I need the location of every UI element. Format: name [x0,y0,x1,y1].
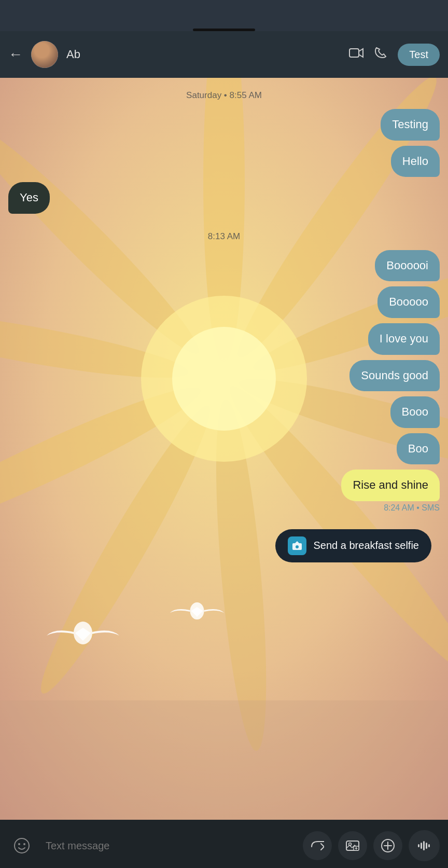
message-row: Sounds good [0,360,448,392]
back-button[interactable]: ← [8,46,23,63]
date-divider-1: Saturday • 8:55 AM [0,78,448,109]
message-row: Booo [0,396,448,428]
contact-name[interactable]: Ab [66,48,341,61]
message-bubble-boooooi[interactable]: Boooooi [375,250,440,282]
suggestion-chip-label: Send a breakfast selfie [314,540,419,552]
svg-rect-16 [0,700,448,820]
chat-area: Saturday • 8:55 AM Testing Hello Yes 8:1… [0,78,448,820]
suggestion-chip-icon [288,536,306,555]
message-bubble-iloveyou[interactable]: I love you [368,323,440,355]
date-divider-2: 8:13 AM [0,219,448,250]
suggestion-chip[interactable]: Send a breakfast selfie [275,529,431,562]
svg-marker-18 [295,541,299,543]
add-button[interactable] [373,831,402,860]
message-bubble-testing[interactable]: Testing [381,109,440,141]
header: ← Ab Test [0,31,448,78]
status-bar [0,0,448,31]
message-row: Boo [0,433,448,465]
message-bubble-yes[interactable]: Yes [8,182,50,214]
voice-button[interactable] [409,830,440,861]
image-insert-button[interactable] [338,831,367,860]
svg-rect-34 [426,843,427,849]
message-row: Testing [0,109,448,141]
more-options-button[interactable]: Test [398,44,440,66]
message-bubble-boo[interactable]: Boo [397,433,440,465]
reply-icon-button[interactable] [303,831,332,860]
svg-point-14 [74,622,92,644]
message-row: Hello [0,146,448,177]
message-bubble-riseandshine[interactable]: Rise and shine [341,470,440,501]
message-bubble-soundsgood[interactable]: Sounds good [349,360,440,392]
svg-rect-35 [428,844,430,847]
svg-point-21 [18,843,20,845]
sms-timestamp: 8:24 AM • SMS [0,503,448,513]
svg-point-19 [296,545,299,548]
message-bubble-hello[interactable]: Hello [391,146,440,177]
svg-rect-33 [423,841,425,850]
avatar-image [31,41,58,68]
text-message-input[interactable] [41,831,297,860]
bottom-bar [0,820,448,868]
svg-rect-31 [418,844,419,847]
svg-point-22 [23,843,25,845]
svg-rect-0 [349,49,359,57]
message-row: I love you [0,323,448,355]
message-row: Yes [0,182,448,214]
header-icons: Test [349,44,440,66]
message-row: Rise and shine [0,470,448,501]
video-call-icon[interactable] [349,47,363,62]
svg-point-20 [15,838,29,853]
message-row: Booooo [0,286,448,318]
emoji-button[interactable] [8,832,35,859]
message-bubble-booo[interactable]: Booo [390,396,440,428]
message-row: Boooooi [0,250,448,282]
svg-rect-32 [421,843,422,849]
message-bubble-booooo[interactable]: Booooo [377,286,440,318]
avatar[interactable] [31,41,58,68]
svg-point-15 [190,602,204,619]
phone-call-icon[interactable] [374,46,387,63]
chat-content: Saturday • 8:55 AM Testing Hello Yes 8:1… [0,78,448,585]
